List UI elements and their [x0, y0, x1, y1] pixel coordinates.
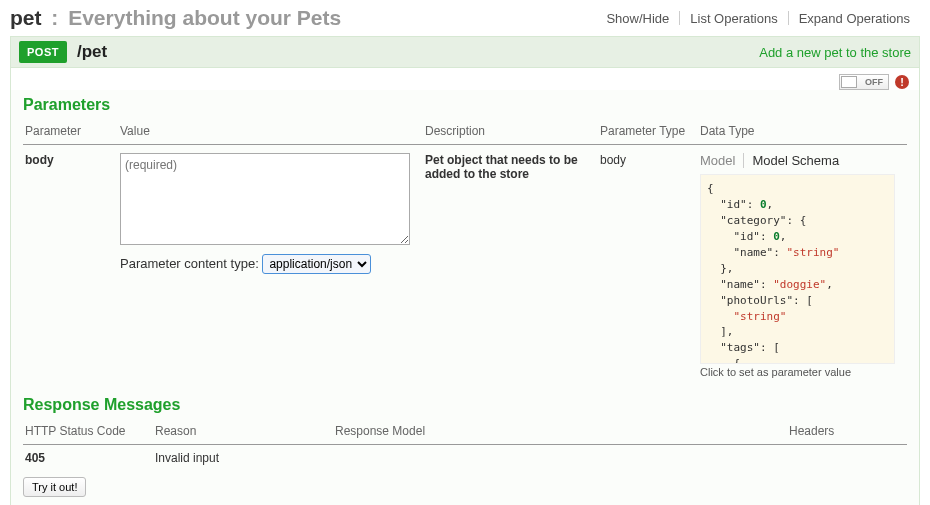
col-reason: Reason: [153, 420, 333, 445]
col-value: Value: [118, 120, 423, 145]
api-name: pet: [10, 6, 42, 29]
col-description: Description: [423, 120, 598, 145]
api-description: Everything about your Pets: [68, 6, 341, 29]
toggle-knob: [841, 76, 857, 88]
param-description: Pet object that needs to be added to the…: [423, 145, 598, 383]
alert-icon[interactable]: !: [895, 75, 909, 89]
param-type: body: [598, 145, 698, 383]
param-value-input[interactable]: [120, 153, 410, 245]
content-type-label: Parameter content type:: [120, 256, 259, 271]
col-headers: Headers: [787, 420, 907, 445]
status-reason: Invalid input: [153, 445, 333, 472]
toggle-label: OFF: [865, 77, 883, 87]
schema-hint: Click to set as parameter value: [700, 366, 901, 378]
content-type-select[interactable]: application/json: [262, 254, 371, 274]
expand-operations-link[interactable]: Expand Operations: [789, 11, 920, 26]
parameters-heading: Parameters: [23, 96, 907, 114]
table-row: 405 Invalid input: [23, 445, 907, 472]
separator: :: [42, 6, 69, 29]
col-status-code: HTTP Status Code: [23, 420, 153, 445]
tab-model[interactable]: Model: [700, 153, 743, 168]
tab-model-schema[interactable]: Model Schema: [743, 153, 847, 168]
parameters-table: Parameter Value Description Parameter Ty…: [23, 120, 907, 382]
status-code: 405: [23, 445, 153, 472]
operation-summary: Add a new pet to the store: [759, 45, 911, 60]
off-toggle[interactable]: OFF: [839, 74, 889, 90]
model-schema-box[interactable]: { "id": 0, "category": { "id": 0, "name"…: [700, 174, 895, 364]
operation-panel: POST /pet Add a new pet to the store OFF…: [10, 36, 920, 505]
response-messages-heading: Response Messages: [23, 396, 907, 414]
col-parameter: Parameter: [23, 120, 118, 145]
col-response-model: Response Model: [333, 420, 787, 445]
response-messages-table: HTTP Status Code Reason Response Model H…: [23, 420, 907, 471]
try-it-out-button[interactable]: Try it out!: [23, 477, 86, 497]
show-hide-link[interactable]: Show/Hide: [596, 11, 679, 26]
col-parameter-type: Parameter Type: [598, 120, 698, 145]
list-operations-link[interactable]: List Operations: [680, 11, 787, 26]
operation-header[interactable]: POST /pet Add a new pet to the store: [11, 37, 919, 68]
table-row: body Parameter content type: application…: [23, 145, 907, 383]
http-method-badge: POST: [19, 41, 67, 63]
operation-links: Show/Hide List Operations Expand Operati…: [596, 11, 920, 26]
operation-path: /pet: [77, 42, 759, 62]
param-name: body: [23, 145, 118, 383]
col-data-type: Data Type: [698, 120, 907, 145]
api-title[interactable]: pet : Everything about your Pets: [10, 6, 341, 30]
